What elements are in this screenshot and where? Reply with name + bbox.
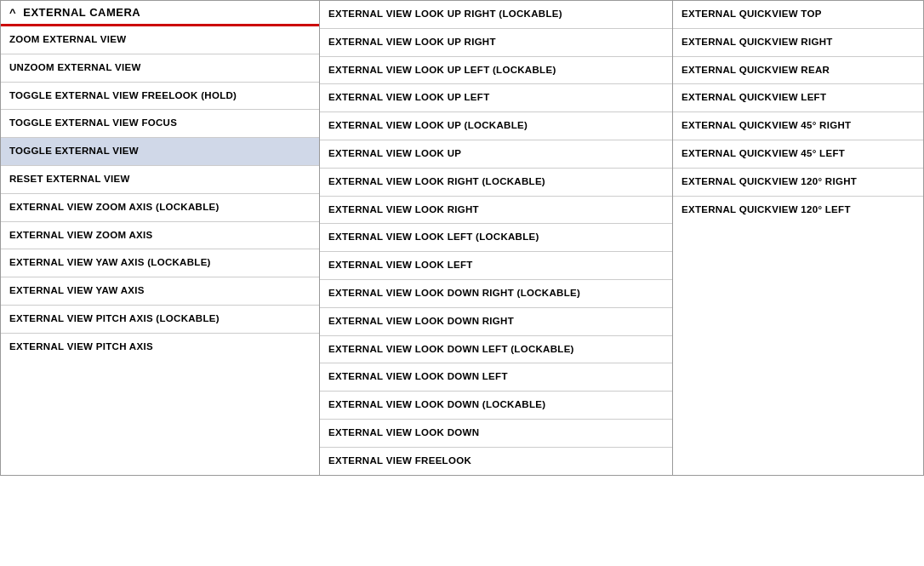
list-item[interactable]: EXTERNAL VIEW LOOK DOWN LEFT (LOCKABLE) [320,336,672,364]
list-item[interactable]: RESET EXTERNAL VIEW [1,166,319,194]
list-item[interactable]: EXTERNAL VIEW PITCH AXIS [1,334,319,361]
list-item[interactable]: EXTERNAL VIEW LOOK DOWN LEFT [320,363,672,392]
column-1: ^ EXTERNAL CAMERA ZOOM EXTERNAL VIEWUNZO… [1,1,320,475]
list-item[interactable]: UNZOOM EXTERNAL VIEW [1,54,319,83]
list-item[interactable]: EXTERNAL VIEW LOOK LEFT [320,252,672,280]
column-2: EXTERNAL VIEW LOOK UP RIGHT (LOCKABLE)EX… [320,1,673,475]
list-item[interactable]: EXTERNAL VIEW LOOK UP [320,140,672,169]
list-item[interactable]: EXTERNAL QUICKVIEW 120° RIGHT [673,169,923,197]
list-item[interactable]: EXTERNAL VIEW LOOK UP (LOCKABLE) [320,112,672,140]
caret-icon: ^ [9,6,16,19]
list-item[interactable]: TOGGLE EXTERNAL VIEW FREELOOK (HOLD) [1,83,319,111]
list-item[interactable]: TOGGLE EXTERNAL VIEW FOCUS [1,110,319,138]
list-item[interactable]: ZOOM EXTERNAL VIEW [1,26,319,54]
list-item[interactable]: EXTERNAL QUICKVIEW 120° LEFT [673,197,923,224]
section-title: EXTERNAL CAMERA [23,6,140,19]
list-item[interactable]: EXTERNAL VIEW LOOK UP LEFT (LOCKABLE) [320,57,672,85]
main-container: ^ EXTERNAL CAMERA ZOOM EXTERNAL VIEWUNZO… [0,0,924,476]
list-item[interactable]: EXTERNAL VIEW LOOK DOWN (LOCKABLE) [320,392,672,420]
list-item[interactable]: EXTERNAL VIEW LOOK UP RIGHT [320,29,672,57]
list-item[interactable]: EXTERNAL VIEW LOOK DOWN RIGHT (LOCKABLE) [320,280,672,308]
list-item[interactable]: EXTERNAL QUICKVIEW 45° LEFT [673,140,923,169]
list-item[interactable]: EXTERNAL VIEW LOOK RIGHT [320,197,672,225]
col2-list: EXTERNAL VIEW LOOK UP RIGHT (LOCKABLE)EX… [320,1,672,475]
list-item[interactable]: EXTERNAL VIEW PITCH AXIS (LOCKABLE) [1,306,319,334]
list-item[interactable]: EXTERNAL VIEW LOOK DOWN [320,420,672,448]
list-item[interactable]: EXTERNAL VIEW LOOK LEFT (LOCKABLE) [320,224,672,252]
list-item[interactable]: EXTERNAL QUICKVIEW LEFT [673,84,923,112]
list-item[interactable]: EXTERNAL VIEW YAW AXIS (LOCKABLE) [1,249,319,277]
col1-list: ZOOM EXTERNAL VIEWUNZOOM EXTERNAL VIEWTO… [1,26,319,361]
list-item[interactable]: EXTERNAL QUICKVIEW TOP [673,1,923,29]
list-item[interactable]: EXTERNAL VIEW LOOK UP RIGHT (LOCKABLE) [320,1,672,29]
list-item[interactable]: EXTERNAL VIEW FREELOOK [320,448,672,475]
list-item[interactable]: EXTERNAL VIEW LOOK RIGHT (LOCKABLE) [320,169,672,197]
list-item[interactable]: TOGGLE EXTERNAL VIEW [1,138,319,166]
list-item[interactable]: EXTERNAL VIEW LOOK DOWN RIGHT [320,308,672,336]
list-item[interactable]: EXTERNAL VIEW YAW AXIS [1,277,319,306]
list-item[interactable]: EXTERNAL VIEW LOOK UP LEFT [320,84,672,112]
col3-list: EXTERNAL QUICKVIEW TOPEXTERNAL QUICKVIEW… [673,1,923,223]
column-3: EXTERNAL QUICKVIEW TOPEXTERNAL QUICKVIEW… [673,1,923,475]
list-item[interactable]: EXTERNAL QUICKVIEW REAR [673,57,923,85]
list-item[interactable]: EXTERNAL VIEW ZOOM AXIS [1,222,319,250]
list-item[interactable]: EXTERNAL VIEW ZOOM AXIS (LOCKABLE) [1,194,319,222]
section-header: ^ EXTERNAL CAMERA [1,1,319,26]
list-item[interactable]: EXTERNAL QUICKVIEW RIGHT [673,29,923,57]
list-item[interactable]: EXTERNAL QUICKVIEW 45° RIGHT [673,112,923,140]
